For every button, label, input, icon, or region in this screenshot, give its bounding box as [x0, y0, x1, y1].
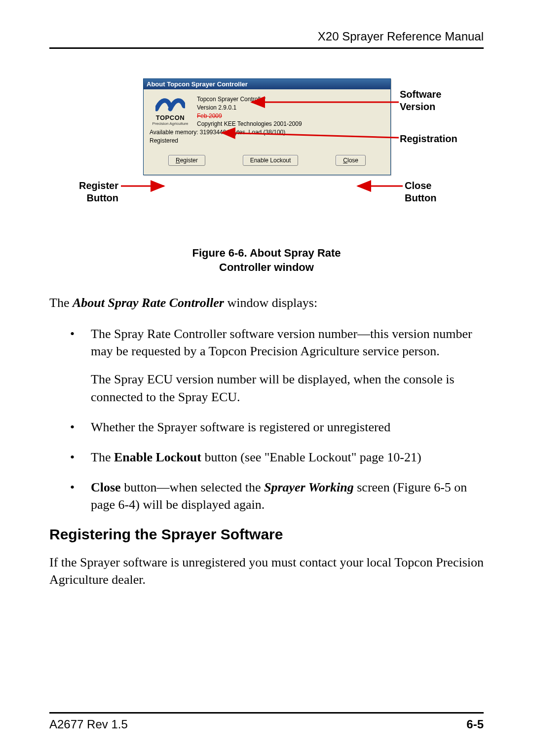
figure-area: About Topcon Sprayer Controller TOPCON P…: [49, 69, 484, 246]
footer-rule: [49, 712, 484, 714]
doc-revision: A2677 Rev 1.5: [49, 718, 128, 731]
list-item: Close button—when selected the Sprayer W…: [70, 479, 484, 513]
figure-caption: Figure 6-6. About Spray RateController w…: [49, 246, 484, 274]
enable-lockout-button[interactable]: Enable Lockout: [243, 155, 299, 166]
window-body: TOPCON Precision Agriculture Topcon Spra…: [144, 89, 390, 175]
registration-line: Registered: [150, 137, 384, 145]
page-number: 6-5: [466, 718, 484, 731]
page-footer: A2677 Rev 1.5 6-5: [49, 712, 484, 731]
list-item: The Spray Rate Controller software versi…: [70, 325, 484, 405]
callout-close-button: CloseButton: [405, 180, 436, 204]
logo-brand-text: TOPCON: [150, 114, 191, 121]
body-text: The About Spray Rate Controller window d…: [49, 294, 484, 588]
running-header: X20 Sprayer Reference Manual: [49, 30, 484, 43]
topcon-logo: TOPCON Precision Agriculture: [150, 95, 191, 126]
logo-subtitle: Precision Agriculture: [150, 121, 191, 126]
register-button[interactable]: Register: [168, 155, 205, 166]
callout-register-button: RegisterButton: [64, 180, 118, 204]
section-heading: Registering the Sprayer Software: [49, 526, 484, 543]
header-rule: [49, 47, 484, 49]
about-window: About Topcon Sprayer Controller TOPCON P…: [143, 78, 391, 175]
intro-paragraph: The About Spray Rate Controller window d…: [49, 294, 484, 311]
callout-registration: Registration: [400, 133, 457, 145]
list-item: The Enable Lockout button (see "Enable L…: [70, 449, 484, 466]
document-page: X20 Sprayer Reference Manual About Topco…: [0, 0, 533, 756]
memory-line: Available memory: 319934464 bytes. Load …: [150, 128, 384, 137]
window-title-bar: About Topcon Sprayer Controller: [144, 79, 390, 89]
topcon-logo-icon: [155, 95, 185, 112]
bullet-list: The Spray Rate Controller software versi…: [49, 325, 484, 513]
section-paragraph: If the Sprayer software is unregistered …: [49, 554, 484, 588]
callout-software-version: SoftwareVersion: [400, 88, 441, 113]
close-button[interactable]: Close: [336, 155, 366, 166]
list-item: Whether the Sprayer software is register…: [70, 418, 484, 436]
window-button-row: Register Enable Lockout Close: [150, 145, 384, 169]
